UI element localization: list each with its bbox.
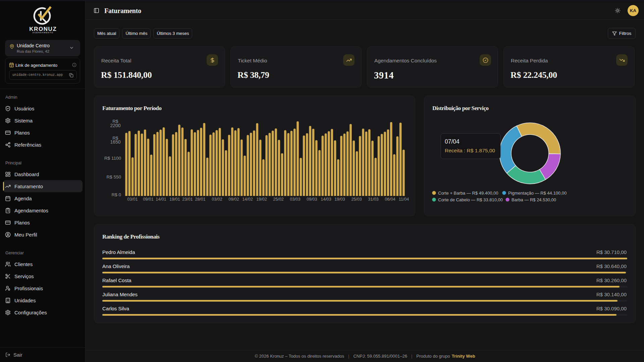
svg-text:03/01: 03/01 xyxy=(127,197,138,202)
svg-text:19/03: 19/03 xyxy=(334,197,345,202)
svg-text:R$ 1100: R$ 1100 xyxy=(104,156,121,161)
svg-text:14/02: 14/02 xyxy=(242,197,253,202)
svg-text:03/03: 03/03 xyxy=(290,197,300,202)
svg-text:07/04: 07/04 xyxy=(445,138,460,145)
svg-text:19/02: 19/02 xyxy=(256,197,267,202)
svg-text:28/01: 28/01 xyxy=(195,197,205,202)
svg-text:09/01: 09/01 xyxy=(143,197,153,202)
svg-text:11/04: 11/04 xyxy=(399,197,409,202)
svg-text:23/01: 23/01 xyxy=(182,197,193,202)
svg-text:R$ 0: R$ 0 xyxy=(111,192,121,197)
svg-text:31/03: 31/03 xyxy=(368,197,378,202)
svg-text:09/03: 09/03 xyxy=(307,197,317,202)
svg-text:2200: 2200 xyxy=(110,123,120,128)
svg-text:25/02: 25/02 xyxy=(273,197,283,202)
svg-text:Corte + Barba — R$ 49.400,00: Corte + Barba — R$ 49.400,00 xyxy=(438,191,498,196)
svg-text:Barba — R$ 24.530,00: Barba — R$ 24.530,00 xyxy=(512,197,556,202)
svg-text:09/02: 09/02 xyxy=(228,197,239,202)
svg-text:1650: 1650 xyxy=(110,139,120,145)
svg-text:Pigmentação — R$ 44.100,00: Pigmentação — R$ 44.100,00 xyxy=(508,191,567,196)
svg-text:Corte de Cabelo — R$ 33.810,00: Corte de Cabelo — R$ 33.810,00 xyxy=(438,197,503,202)
svg-text:25/03: 25/03 xyxy=(351,197,362,202)
svg-text:R$ 550: R$ 550 xyxy=(106,174,121,179)
svg-text:03/02: 03/02 xyxy=(212,197,222,202)
svg-text:Receita : R$ 1.875,00: Receita : R$ 1.875,00 xyxy=(445,148,495,153)
svg-text:19/01: 19/01 xyxy=(169,197,180,202)
svg-text:06/04: 06/04 xyxy=(385,197,395,202)
svg-text:14/01: 14/01 xyxy=(156,197,166,202)
svg-text:14/03: 14/03 xyxy=(321,197,331,202)
